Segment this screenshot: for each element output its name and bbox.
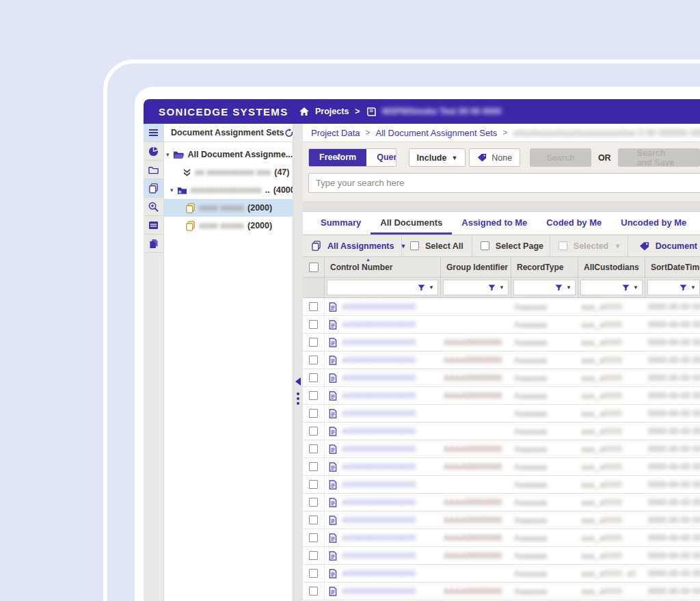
all-assignments-dropdown[interactable]: All Assignments ▼ [303,235,402,256]
table-row[interactable]: A000000000000000AAAA00000000Aaaaaaaaaa_a… [303,440,700,458]
control-number-redacted[interactable]: A000000000000000 [342,444,416,454]
tab-summary[interactable]: Summary [311,212,371,235]
nav-menu-button[interactable] [144,124,163,142]
row-checkbox[interactable] [309,498,318,507]
control-number-redacted[interactable]: A000000000000000 [342,516,416,525]
row-checkbox[interactable] [309,462,318,471]
refresh-icon[interactable] [284,129,293,137]
control-number-redacted[interactable]: A000000000000000 [342,373,416,383]
control-number-redacted[interactable]: A000000000000000 [342,533,416,543]
breadcrumb-all-sets[interactable]: All Document Assignment Sets [376,128,498,138]
filter-input-allcustodians[interactable]: ▼ [580,280,643,295]
control-number-redacted[interactable]: A000000000000000 [342,498,416,507]
control-number-redacted[interactable]: A000000000000000 [342,462,416,472]
table-row[interactable]: A000000000000000Aaaaaaaaaa_a00000000-00-… [303,405,700,423]
tab-uncoded-by-me[interactable]: Uncoded by Me [611,212,696,235]
tab-all-documents[interactable]: All Documents [371,212,452,235]
control-number-redacted[interactable]: A000000000000000 [342,480,416,490]
row-checkbox[interactable] [309,569,318,578]
column-header-sortdatetime[interactable]: SortDateTime [645,257,700,277]
query-builder-button[interactable]: Query Builder [366,149,396,166]
tree-item[interactable]: ▾All Document Assignme... [164,146,293,163]
table-row[interactable]: A000000000000000AAAA00000000Aaaaaaaaaa_a… [303,369,700,387]
tree-item[interactable]: xx xxxxxxxxxx xxx(47) [164,163,293,181]
column-header-group-identifier[interactable]: Group Identifier [441,257,511,277]
row-checkbox[interactable] [309,338,318,347]
nav-table-button[interactable] [144,216,163,235]
control-number-redacted[interactable]: A000000000000000 [342,427,416,436]
control-number-redacted[interactable]: A000000000000000 [342,569,416,578]
column-header-control-number[interactable]: ▲ Control Number [325,257,441,277]
chevron-down-icon[interactable]: ▼ [429,284,434,291]
row-checkbox[interactable] [309,373,318,382]
table-row[interactable]: A000000000000000AAAA00000000Aaaaaaaaaa_a… [303,511,700,529]
control-number-redacted[interactable]: A000000000000000 [342,338,416,347]
filter-input-sortdatetime[interactable]: ▼ [647,280,700,295]
tree-item[interactable]: xxxx xxxxx(2000) [164,217,293,235]
panel-divider[interactable] [293,124,303,601]
projects-link[interactable]: Projects [315,107,349,116]
row-checkbox[interactable] [309,444,318,453]
table-row[interactable]: A000000000000000Aaaaaaaaaa_a00000000-00-… [303,423,700,440]
chevron-down-icon[interactable]: ▼ [690,284,696,291]
row-checkbox[interactable] [309,302,318,311]
header-checkbox[interactable] [309,263,319,272]
collapse-panel-arrow-icon[interactable] [295,377,301,386]
select-all-checkbox[interactable] [410,241,419,250]
control-number-redacted[interactable]: A000000000000000 [342,320,416,330]
table-row[interactable]: A000000000000000Aaaaaaaaaa_a00000000-00-… [303,298,700,316]
search-input[interactable] [308,173,700,193]
caret-down-icon[interactable]: ▾ [166,151,170,158]
breadcrumb-project-data[interactable]: Project Data [311,128,360,138]
nav-folder-button[interactable] [144,161,163,179]
chevron-down-icon[interactable]: ▼ [499,284,504,291]
funnel-icon[interactable] [488,284,496,291]
filter-input-recordtype[interactable]: ▼ [513,280,576,295]
table-row[interactable]: A000000000000000AAAA00000000Aaaaaaaaaa_a… [303,547,700,565]
include-dropdown[interactable]: Include▼ [409,148,466,167]
row-checkbox[interactable] [309,587,318,596]
table-row[interactable]: A000000000000000AAAA00000000Aaaaaaaaaa_a… [303,351,700,369]
row-checkbox[interactable] [309,391,318,400]
control-number-redacted[interactable]: A000000000000000 [342,302,416,312]
chevron-down-icon[interactable]: ▼ [633,284,638,291]
drag-handle-icon[interactable] [297,392,299,405]
column-header-recordtype[interactable]: RecordType [511,257,578,277]
row-checkbox[interactable] [309,480,318,489]
row-checkbox[interactable] [309,320,318,329]
freeform-button[interactable]: Freeform ▲ [309,149,366,166]
home-icon[interactable] [299,107,309,116]
table-row[interactable]: A000000000000000Aaaaaaaaaa_a00000000-00-… [303,476,700,494]
project-name-redacted[interactable]: MXPWXmoke Test 00 00 0000 [382,107,501,116]
table-row[interactable]: A000000000000000AAAA00000000Aaaaaaaaaa_a… [303,334,700,351]
breadcrumb-redacted-item[interactable]: xXxxXxxxxXxxxXxxxxxxxxxXxx 0 00 000000 0… [513,128,700,138]
selected-dropdown[interactable]: Selected ▼ [550,235,628,256]
search-and-save-button[interactable]: Search and Save [618,148,700,167]
control-number-redacted[interactable]: A000000000000000 [342,409,416,418]
nav-pie-chart-button[interactable] [144,142,163,161]
document-tags-button[interactable]: Document [628,235,700,256]
row-checkbox[interactable] [309,533,318,542]
row-checkbox[interactable] [309,427,318,436]
funnel-icon[interactable] [622,284,630,291]
select-page-checkbox[interactable] [481,241,489,250]
control-number-redacted[interactable]: A000000000000000 [342,587,416,596]
table-row[interactable]: A000000000000000AAAA00000000Aaaaaaaaaa_a… [303,583,700,600]
select-all-button[interactable]: Select All [402,235,472,256]
table-row[interactable]: A000000000000000AAAA00000000Aaaaaaaaaa_a… [303,529,700,547]
row-checkbox[interactable] [309,356,318,364]
caret-down-icon[interactable]: ▾ [170,187,174,193]
funnel-icon[interactable] [555,284,563,291]
tree-item[interactable]: xxxx xxxxx(2000) [164,199,293,217]
control-number-redacted[interactable]: A000000000000000 [342,356,416,365]
tree-item[interactable]: ▾xxxxxxxxxxxxxxx..(4000) [164,181,293,199]
filter-input-group-identifier[interactable]: ▼ [443,280,509,295]
nav-zoom-plus-button[interactable] [144,198,163,216]
table-row[interactable]: A000000000000000Aaaaaaaaaa_a00000000-00-… [303,316,700,334]
chevron-down-icon[interactable]: ▼ [566,284,571,291]
control-number-redacted[interactable]: A000000000000000 [342,551,416,561]
row-checkbox[interactable] [309,409,318,418]
search-button[interactable]: Search [530,148,591,167]
select-page-button[interactable]: Select Page [472,235,550,256]
tab-assigned-to-me[interactable]: Assigned to Me [452,212,537,235]
